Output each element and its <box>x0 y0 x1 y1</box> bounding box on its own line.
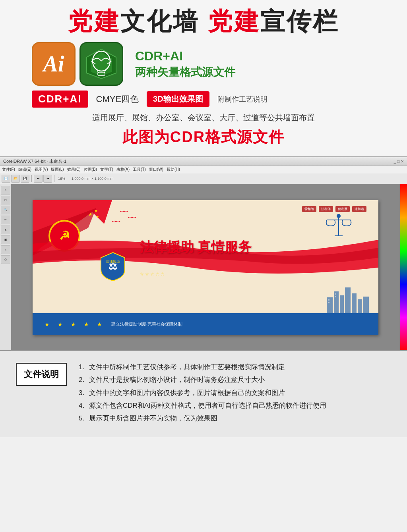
sw-content: ↖ ◻ 🔍 ✏ A ▣ ○ ⬡ 爱相随 法相伴 促发展 建和谐 <box>0 184 407 351</box>
format-title: CDR+AI <box>135 48 235 65</box>
svg-text:★: ★ <box>96 215 99 219</box>
sw-right-panel <box>400 184 407 351</box>
software-screenshot: CorelDRAW X7 64-bit - 未命名-1 _ □ ✕ 文件(F) … <box>0 156 407 351</box>
menu-text[interactable]: 文字(T) <box>100 167 113 172</box>
svg-rect-28 <box>335 296 336 297</box>
sw-titlebar: CorelDRAW X7 64-bit - 未命名-1 _ □ ✕ <box>0 157 407 166</box>
info-row: CDR+AI CMYE四色 3D输出效果图 附制作工艺说明 <box>32 91 375 108</box>
svg-rect-20 <box>340 295 344 313</box>
svg-rect-22 <box>352 293 357 313</box>
note-item-2: 2. 文件尺寸是投稿比例缩小设计，制作时请务必注意尺寸大小 <box>79 374 391 386</box>
title-wenhua: 文化墙 <box>120 8 207 35</box>
svg-rect-19 <box>334 291 339 313</box>
main-title: 党建文化墙 党建宣传栏 <box>16 8 391 35</box>
law-emblem: ⚖ 法律援助 <box>100 252 126 283</box>
tool-freehand[interactable]: ✏ <box>1 216 10 224</box>
file-label: 文件说明 <box>16 363 67 386</box>
city-skyline-svg <box>323 281 370 313</box>
design-top-tags: 爱相随 法相伴 促发展 建和谐 <box>302 206 366 212</box>
menu-table[interactable]: 表格(A) <box>116 167 130 172</box>
note-item-4: 4. 源文件包含CDR和AI两种文件格式，使用者可自行选择自己熟悉的软件进行使用 <box>79 399 391 412</box>
sw-window-controls: _ □ ✕ <box>394 159 404 164</box>
menu-effects[interactable]: 效果(C) <box>67 167 81 172</box>
svg-rect-24 <box>363 297 369 313</box>
menu-help[interactable]: 帮助(H) <box>167 167 180 172</box>
note-item-3: 3. 文件中的文字和图片内容仅供参考，图片请根据自己的文案和图片 <box>79 387 391 399</box>
tb-btn-open[interactable]: 📂 <box>11 175 20 183</box>
menu-edit[interactable]: 编辑(E) <box>18 167 31 172</box>
badge-note: 附制作工艺说明 <box>217 94 267 104</box>
zoom-level: 16% <box>58 177 65 181</box>
sw-main: 爱相随 法相伴 促发展 建和谐 ☭ <box>11 184 400 351</box>
apply-text: 适用展厅、展馆、办公室、会议室、大厅、过道等公共墙面布置 <box>32 112 375 123</box>
tool-select[interactable]: ↖ <box>1 186 10 195</box>
svg-rect-25 <box>328 299 329 301</box>
sw-title-text: CorelDRAW X7 64-bit - 未命名-1 <box>3 158 66 164</box>
menu-view[interactable]: 视图(V) <box>35 167 48 172</box>
design-blue-strip: ★ ★ ★ ★ ★ 建立法律援助制度·完善社会保障体制 <box>33 313 378 335</box>
tool-text[interactable]: A <box>1 226 10 234</box>
tool-zoom[interactable]: 🔍 <box>1 206 10 214</box>
cdr-svg-icon <box>83 46 119 82</box>
sw-toolbar: 📄 📂 💾 ↩ ↪ 16% 1,000.0 mm × 1,100.0 mm <box>0 173 407 184</box>
menu-layout[interactable]: 版面(L) <box>51 167 64 172</box>
tb-btn-save[interactable]: 💾 <box>21 175 29 183</box>
sw-menubar: 文件(F) 编辑(E) 视图(V) 版面(L) 效果(C) 位图(B) 文字(T… <box>0 166 407 173</box>
design-main-text: 法律援助 真情服务 <box>140 238 252 256</box>
sw-canvas: 爱相随 法相伴 促发展 建和谐 ☭ <box>33 200 378 335</box>
toolbar-divider2 <box>54 175 54 182</box>
cdr-notice: 此图为CDR格式源文件 <box>16 127 391 147</box>
design-preview: 爱相随 法相伴 促发展 建和谐 ☭ <box>33 200 378 335</box>
tool-ellipse[interactable]: ○ <box>1 245 10 254</box>
design-stars: ★ ★ ★ ★ ★ <box>45 321 105 328</box>
tag-4: 建和谐 <box>352 206 366 212</box>
tag-2: 法相伴 <box>319 206 333 212</box>
format-text: CDR+AI 两种矢量格式源文件 <box>135 48 235 80</box>
tb-btn-new[interactable]: 📄 <box>2 175 10 183</box>
design-bottom-text: 建立法律援助制度·完善社会保障体制 <box>111 321 182 327</box>
svg-rect-27 <box>335 293 336 295</box>
badge-cdr-ai: CDR+AI <box>32 91 88 108</box>
format-subtitle: 两种矢量格式源文件 <box>135 65 235 80</box>
stars-row: ☆ ☆ ☆ ☆ ☆ <box>140 272 165 277</box>
svg-rect-23 <box>358 299 362 313</box>
menu-tools[interactable]: 工具(T) <box>133 167 146 172</box>
canvas-size: 1,000.0 mm × 1,100.0 mm <box>72 177 113 181</box>
design-main-text-container: 法律援助 真情服务 <box>140 238 252 256</box>
tool-shape[interactable]: ◻ <box>1 196 10 204</box>
svg-text:法律援助: 法律援助 <box>106 260 120 264</box>
menu-window[interactable]: 窗口(W) <box>149 167 163 172</box>
svg-rect-26 <box>328 302 329 303</box>
menu-file[interactable]: 文件(F) <box>2 167 15 172</box>
toolbar-divider <box>31 175 32 182</box>
title-dangJian2: 党建 <box>208 8 260 35</box>
badge-3d: 3D输出效果图 <box>147 91 209 107</box>
shield-svg: ⚖ 法律援助 <box>100 252 126 281</box>
bottom-section: 文件说明 1. 文件中所标制作工艺仅供参考，具体制作工艺要根据实际情况制定 2.… <box>0 351 407 437</box>
title-xuanchuan: 宣传栏 <box>260 8 339 35</box>
note-item-1: 1. 文件中所标制作工艺仅供参考，具体制作工艺要根据实际情况制定 <box>79 361 391 374</box>
svg-rect-21 <box>345 287 351 313</box>
title-dangJian1: 党建 <box>68 8 120 35</box>
note-item-5: 5. 展示页中所含图片并不为实物，仅为效果图 <box>79 412 391 425</box>
tb-btn-redo[interactable]: ↪ <box>43 175 52 183</box>
tool-fill[interactable]: ▣ <box>1 235 10 244</box>
scale-icon-container <box>323 212 355 245</box>
badge-cmye: CMYE四色 <box>96 93 139 105</box>
scale-svg <box>323 212 355 244</box>
svg-text:★: ★ <box>94 208 98 213</box>
cdr-icon <box>79 42 123 86</box>
svg-text:★: ★ <box>88 212 93 217</box>
tag-3: 促发展 <box>335 206 350 212</box>
tool-polygon[interactable]: ⬡ <box>1 255 10 264</box>
tb-btn-undo[interactable]: ↩ <box>34 175 43 183</box>
menu-bitmap[interactable]: 位图(B) <box>84 167 97 172</box>
svg-rect-18 <box>327 297 333 313</box>
ai-icon: Ai <box>32 42 76 86</box>
tag-1: 爱相随 <box>302 206 316 212</box>
icons-row: Ai CDR+AI 两种矢量格式源文件 <box>32 42 391 86</box>
notes-list: 1. 文件中所标制作工艺仅供参考，具体制作工艺要根据实际情况制定 2. 文件尺寸… <box>79 361 391 425</box>
sw-left-panel: ↖ ◻ 🔍 ✏ A ▣ ○ ⬡ <box>0 184 11 351</box>
svg-point-16 <box>337 214 341 218</box>
top-section: 党建文化墙 党建宣传栏 Ai <box>0 0 407 156</box>
